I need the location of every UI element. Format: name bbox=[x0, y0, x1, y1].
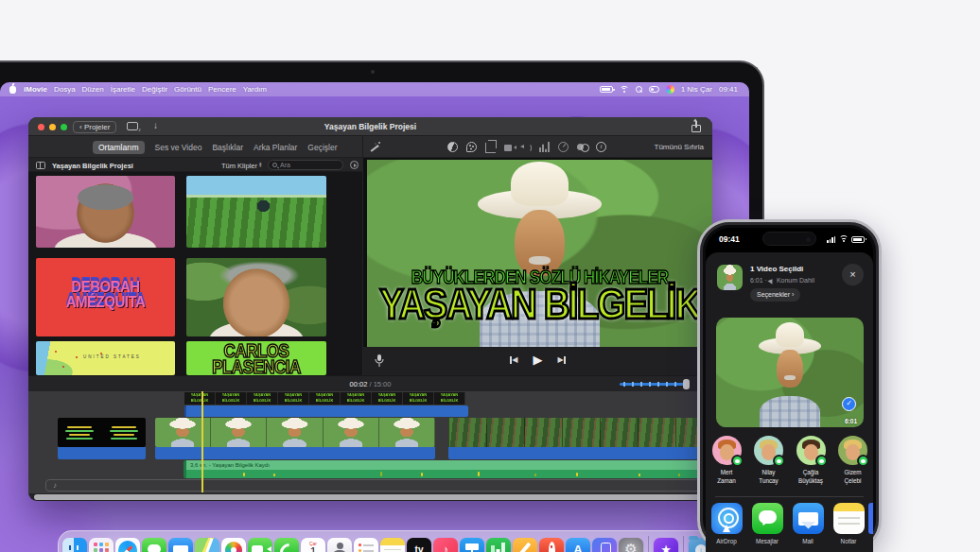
selected-check-badge[interactable]: ✓ bbox=[842, 397, 856, 411]
dock-tv-icon[interactable]: tv bbox=[407, 538, 431, 552]
dock-music-icon[interactable]: ♪ bbox=[433, 538, 458, 552]
next-frame-icon[interactable]: ▶ bbox=[558, 355, 566, 364]
title-clip-thumbnails[interactable]: YAŞAYANBİLGELİKYAŞAYANBİLGELİKYAŞAYANBİL… bbox=[184, 392, 465, 405]
siri-icon[interactable] bbox=[666, 85, 674, 94]
tab-ortamlarim[interactable]: Ortamlarım bbox=[93, 141, 145, 154]
dock-item-numbers[interactable] bbox=[485, 531, 512, 552]
control-center-icon[interactable] bbox=[649, 86, 659, 93]
credits-clip[interactable] bbox=[58, 418, 146, 447]
video-viewer[interactable]: BÜYÜKLERDEN SÖZLÜ HİKAYELER YAŞAYAN BİLG… bbox=[367, 160, 712, 347]
dock-item-facetime[interactable] bbox=[247, 531, 273, 552]
menu-duzen[interactable]: Düzen bbox=[82, 85, 104, 94]
dock-notes-icon[interactable] bbox=[380, 538, 405, 552]
avatar[interactable] bbox=[754, 436, 783, 465]
messages-icon[interactable] bbox=[752, 503, 783, 534]
dock-maps-icon[interactable] bbox=[195, 538, 219, 552]
dock-item-launchpad[interactable] bbox=[88, 531, 114, 552]
play-icon[interactable]: ▶ bbox=[534, 353, 543, 367]
avatar[interactable] bbox=[712, 436, 742, 465]
title-chip[interactable]: YAŞAYANBİLGELİK bbox=[184, 392, 216, 405]
avatar[interactable] bbox=[796, 436, 826, 465]
menu-yardim[interactable]: Yardım bbox=[243, 85, 267, 94]
color-balance-icon[interactable] bbox=[447, 142, 458, 152]
dock-item-finder[interactable] bbox=[61, 531, 88, 552]
partial-app-icon[interactable] bbox=[868, 503, 873, 534]
airdrop-contact-gizem[interactable]: GizemÇelebi bbox=[832, 436, 874, 485]
airdrop-contact-nilay[interactable]: NilayTuncay bbox=[748, 436, 790, 485]
menu-imovie[interactable]: iMovie bbox=[24, 85, 47, 94]
title-chip[interactable]: YAŞAYANBİLGELİK bbox=[309, 392, 341, 405]
dock-item-music[interactable]: ♪ bbox=[432, 531, 459, 552]
share-app-messages[interactable]: Mesajlar bbox=[746, 503, 788, 544]
clip-audio-strip[interactable] bbox=[448, 447, 712, 459]
dock-facetime-icon[interactable] bbox=[248, 538, 272, 552]
dock-item-calendar[interactable]: Çar1 bbox=[300, 531, 326, 552]
share-app-airdrop[interactable]: AirDrop bbox=[706, 503, 747, 544]
stabilization-icon[interactable] bbox=[504, 145, 512, 151]
dock-item-contacts[interactable] bbox=[326, 531, 353, 552]
battery-icon[interactable] bbox=[600, 86, 613, 93]
dock-appstore-icon[interactable]: A bbox=[566, 538, 590, 552]
volume-icon[interactable] bbox=[520, 142, 531, 152]
wifi-icon[interactable] bbox=[620, 86, 629, 94]
dock-mail-icon[interactable] bbox=[168, 538, 193, 552]
search-icon[interactable] bbox=[636, 86, 642, 93]
title-chip[interactable]: YAŞAYANBİLGELİK bbox=[434, 392, 465, 405]
dock-item-pages[interactable] bbox=[512, 531, 538, 552]
dock-safari-icon[interactable] bbox=[115, 538, 140, 552]
noise-reduction-icon[interactable] bbox=[539, 142, 550, 152]
share-app-notes[interactable]: Notlar bbox=[828, 503, 869, 544]
dock-item-iphone-mirroring[interactable] bbox=[591, 531, 618, 552]
playhead[interactable] bbox=[201, 391, 203, 492]
title-chip[interactable]: YAŞAYANBİLGELİK bbox=[403, 392, 434, 405]
clip-thumbnail-woman-pink[interactable] bbox=[36, 176, 175, 248]
dock-item-phone[interactable] bbox=[273, 531, 300, 552]
menu-isaretle[interactable]: İşaretle bbox=[111, 85, 135, 94]
menu-goruntu[interactable]: Görüntü bbox=[174, 85, 201, 94]
title-chip[interactable]: YAŞAYANBİLGELİK bbox=[278, 392, 309, 405]
menu-degistir[interactable]: Değiştir bbox=[142, 85, 167, 94]
clip-thumbnail-carlos-title-card[interactable]: CARLOS PLASENCIA bbox=[186, 341, 326, 375]
menu-time[interactable]: 09:41 bbox=[719, 85, 738, 94]
dock-phone-icon[interactable] bbox=[274, 538, 299, 552]
avatar[interactable] bbox=[838, 436, 867, 465]
share-icon[interactable] bbox=[691, 121, 701, 132]
dock-pages-icon[interactable] bbox=[513, 538, 537, 552]
apple-logo-icon[interactable] bbox=[9, 86, 16, 94]
dock-item-tv[interactable]: tv bbox=[406, 531, 432, 552]
clip-thumbnail-us-map[interactable]: UNITED STATES bbox=[36, 341, 175, 375]
clip-thumbnail-deborah-title-card[interactable]: DEBORAH AMÉZQUITA bbox=[36, 258, 175, 336]
search-field[interactable]: Ara bbox=[268, 160, 343, 170]
menu-dosya[interactable]: Dosya bbox=[54, 85, 76, 94]
airdrop-contact-mert[interactable]: MertZaman bbox=[706, 436, 747, 485]
reset-all-button[interactable]: Tümünü Sıfırla bbox=[655, 143, 704, 151]
menu-pencere[interactable]: Pencere bbox=[208, 85, 236, 94]
info-icon[interactable]: i bbox=[596, 142, 606, 152]
airdrop-icon[interactable] bbox=[711, 503, 743, 534]
dock-item-notes[interactable] bbox=[379, 531, 406, 552]
dock-rocket-icon[interactable] bbox=[539, 538, 564, 552]
dock-item-safari[interactable] bbox=[114, 531, 141, 552]
clip-filter-icon[interactable] bbox=[577, 142, 587, 152]
previous-frame-icon[interactable]: ◀ bbox=[510, 355, 517, 364]
dock-settings-icon[interactable]: ⚙ bbox=[619, 538, 643, 552]
title-chip[interactable]: YAŞAYANBİLGELİK bbox=[372, 392, 403, 405]
title-clip-bar[interactable] bbox=[184, 405, 468, 417]
dock-item-keynote[interactable] bbox=[459, 531, 485, 552]
options-button[interactable]: Seçenekler › bbox=[750, 288, 800, 302]
dock-calendar-icon[interactable]: Çar1 bbox=[301, 538, 325, 552]
dock-reminders-icon[interactable] bbox=[354, 538, 378, 552]
color-correction-icon[interactable] bbox=[466, 142, 477, 152]
dock-item-settings[interactable]: ⚙ bbox=[618, 531, 644, 552]
timeline-zoom-slider[interactable] bbox=[620, 383, 686, 386]
dock-finder-icon[interactable] bbox=[62, 538, 87, 552]
dock-item-imovie[interactable]: ★ bbox=[653, 531, 679, 552]
dock-item-messages[interactable] bbox=[141, 531, 167, 552]
dock-item-maps[interactable] bbox=[194, 531, 220, 552]
shared-video-preview[interactable]: ✓ 6:01 bbox=[716, 318, 864, 427]
title-chip[interactable]: YAŞAYANBİLGELİK bbox=[216, 392, 247, 405]
menu-date[interactable]: 1 Nis Çar bbox=[681, 85, 712, 94]
clip-audio-strip[interactable] bbox=[58, 447, 146, 459]
clip-filter-dropdown[interactable]: Tüm Klipler ▴▾ bbox=[221, 162, 262, 170]
tab-arka-planlar[interactable]: Arka Planlar bbox=[254, 143, 297, 152]
